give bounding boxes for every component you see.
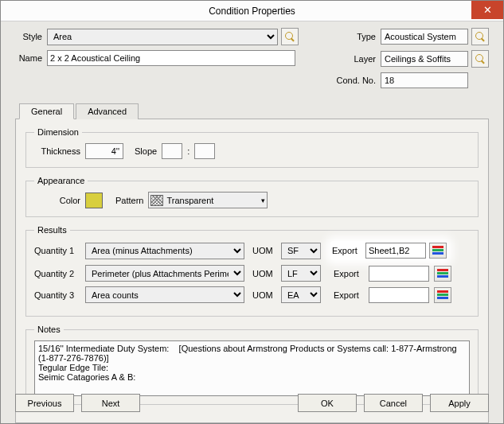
q2-export-button[interactable]	[434, 266, 451, 282]
appearance-legend: Appearance	[34, 176, 88, 185]
name-input[interactable]	[47, 50, 295, 66]
dialog-window: Condition Properties ✕ Style Area Name	[0, 0, 504, 424]
pattern-value: Transparent	[166, 196, 213, 205]
q2-select[interactable]: Perimeter (plus Attachments Perimeter)	[85, 265, 244, 282]
slope-label: Slope	[135, 146, 157, 156]
notes-legend: Notes	[34, 325, 64, 334]
thickness-value[interactable]: 4''	[85, 143, 123, 159]
q2-uom-label: UOM	[252, 269, 276, 278]
magnifier-icon	[285, 32, 295, 41]
q1-export-input[interactable]	[365, 243, 426, 259]
pattern-label: Pattern	[115, 196, 143, 205]
slope-sep: :	[187, 146, 189, 156]
slope-a-input[interactable]	[162, 143, 182, 159]
export-icon	[437, 269, 448, 278]
pattern-swatch-icon	[150, 195, 163, 206]
thickness-label: Thickness	[34, 146, 80, 156]
window-title: Condition Properties	[209, 6, 295, 17]
q1-label: Quantity 1	[34, 246, 80, 255]
form-area: Style Area Name Type Acoustical System	[1, 21, 503, 423]
titlebar: Condition Properties ✕	[1, 1, 503, 21]
q3-export-label: Export	[334, 290, 364, 300]
ok-button[interactable]: OK	[298, 394, 357, 412]
layer-value: Ceilings & Soffits	[381, 51, 468, 67]
chevron-down-icon: ▾	[261, 196, 265, 204]
magnifier-icon	[475, 32, 485, 41]
name-label: Name	[15, 53, 47, 63]
slope-b-input[interactable]	[194, 143, 215, 159]
layer-lookup-button[interactable]	[471, 50, 489, 68]
q2-export-label: Export	[334, 269, 364, 278]
export-icon	[432, 246, 443, 255]
q1-select[interactable]: Area (minus Attachments)	[85, 243, 244, 259]
results-row-3: Quantity 3 Area counts UOM EA Export	[34, 286, 470, 303]
tab-advanced[interactable]: Advanced	[76, 103, 139, 119]
style-lookup-button[interactable]	[281, 28, 299, 45]
export-highlight: Export	[330, 241, 448, 260]
condno-label: Cond. No.	[334, 76, 381, 85]
color-label: Color	[34, 196, 80, 205]
next-button[interactable]: Next	[81, 394, 140, 412]
button-bar: Previous Next OK Cancel Apply	[1, 386, 503, 423]
q1-export-button[interactable]	[429, 243, 447, 259]
style-label: Style	[15, 32, 47, 41]
results-legend: Results	[34, 225, 70, 235]
dimension-legend: Dimension	[34, 127, 82, 137]
appearance-group: Appearance Color Pattern Transparent ▾	[25, 176, 479, 217]
close-button[interactable]: ✕	[471, 1, 503, 19]
results-row-1: Quantity 1 Area (minus Attachments) UOM …	[34, 241, 470, 260]
q1-uom-label: UOM	[252, 246, 276, 255]
color-swatch[interactable]	[85, 193, 103, 208]
cancel-button[interactable]: Cancel	[364, 394, 423, 412]
export-icon	[437, 290, 448, 300]
q3-select[interactable]: Area counts	[85, 286, 244, 303]
type-value: Acoustical System	[381, 29, 468, 45]
apply-button[interactable]: Apply	[430, 394, 489, 412]
condno-value: 18	[381, 72, 468, 88]
q3-label: Quantity 3	[34, 290, 80, 300]
q2-label: Quantity 2	[34, 269, 80, 278]
tab-general[interactable]: General	[19, 103, 74, 119]
results-row-2: Quantity 2 Perimeter (plus Attachments P…	[34, 265, 470, 282]
q3-uom-select[interactable]: EA	[281, 286, 321, 303]
results-group: Results Quantity 1 Area (minus Attachmen…	[25, 225, 479, 317]
type-lookup-button[interactable]	[471, 28, 489, 45]
q3-export-button[interactable]	[434, 287, 451, 303]
close-icon: ✕	[483, 4, 492, 16]
pattern-select[interactable]: Transparent ▾	[148, 192, 268, 208]
previous-button[interactable]: Previous	[15, 394, 74, 412]
layer-label: Layer	[334, 54, 381, 64]
type-label: Type	[334, 32, 381, 41]
magnifier-icon	[475, 54, 485, 64]
q3-export-input[interactable]	[369, 287, 429, 303]
q3-uom-label: UOM	[252, 290, 276, 300]
dimension-group: Dimension Thickness 4'' Slope :	[25, 127, 479, 168]
style-select[interactable]: Area	[47, 29, 278, 45]
tab-panel: General Advanced Dimension Thickness 4''…	[15, 119, 489, 423]
q2-uom-select[interactable]: LF	[281, 265, 321, 282]
q1-export-label: Export	[332, 246, 362, 255]
q2-export-input[interactable]	[369, 266, 429, 282]
q1-uom-select[interactable]: SF	[281, 243, 321, 259]
